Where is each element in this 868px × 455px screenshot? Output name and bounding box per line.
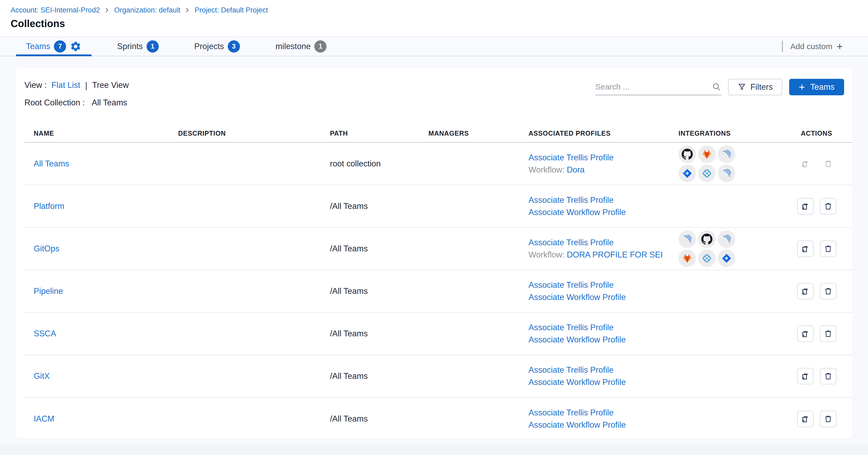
drone-integration-chip[interactable] [698,164,716,182]
workflow-label: Workflow: [528,250,567,260]
jira-integration-chip[interactable] [679,164,696,182]
profile-link[interactable]: Associate Trellis Profile [528,365,614,374]
plus-icon: + [799,82,805,92]
jira-integration-chip[interactable] [718,249,735,267]
duplicate-button[interactable] [797,198,814,214]
tab-milestone-count-badge: 1 [314,40,327,53]
breadcrumb-account[interactable]: Account: SEI-Internal-Prod2 [11,6,100,14]
delete-button[interactable] [820,283,836,299]
sei-integration-chip[interactable] [718,146,735,163]
profile-link[interactable]: Associate Trellis Profile [528,153,614,162]
profile-link[interactable]: Associate Trellis Profile [528,280,614,290]
workflow-label: Workflow: [528,165,567,174]
profile-link[interactable]: Associate Trellis Profile [528,323,614,332]
tab-teams[interactable]: Teams 7 [16,37,92,56]
tab-sprints-count-badge: 1 [147,40,159,53]
view-divider: | [85,80,87,91]
profile-link[interactable]: Associate Trellis Profile [528,238,614,247]
duplicate-button[interactable] [797,411,814,427]
delete-button[interactable] [820,198,836,214]
add-teams-button[interactable]: + Teams [789,79,844,95]
toolbar: View : Flat List | Tree View Root Collec… [16,79,852,109]
root-collection-label: Root Collection : [24,98,85,108]
duplicate-button[interactable] [797,283,814,299]
header-description: DESCRIPTION [178,129,330,137]
copy-icon [801,329,810,338]
drone-integration-chip[interactable] [698,249,716,267]
profile-link[interactable]: Associate Trellis Profile [528,408,614,417]
github-integration-chip[interactable] [679,146,696,163]
filter-funnel-icon [738,83,746,91]
tab-projects-count-badge: 3 [228,40,240,53]
tabbar-divider [782,41,783,52]
profile-link[interactable]: Associate Trellis Profile [528,195,614,205]
collection-name-link[interactable]: SSCA [34,329,56,338]
delete-button[interactable] [820,326,836,342]
associated-profiles-cell: Associate Trellis ProfileAssociate Workf… [528,408,679,430]
duplicate-button[interactable] [797,326,814,342]
collection-name-link[interactable]: Pipeline [34,286,63,296]
collection-name-link[interactable]: GitX [34,371,50,381]
breadcrumb-project[interactable]: Project: Default Project [194,6,268,14]
profile-link[interactable]: Dora [567,165,585,174]
copy-icon [801,159,810,168]
view-flat-list[interactable]: Flat List [52,81,81,90]
integrations-cell [679,231,736,267]
root-collection-value: All Teams [92,98,127,108]
collection-name-link[interactable]: IACM [34,414,54,423]
trash-icon [824,329,833,338]
profile-line: Workflow: Dora [528,165,679,175]
delete-button [820,156,836,172]
profile-link[interactable]: Associate Workflow Profile [528,377,626,387]
path-cell: root collection [330,159,428,169]
delete-button[interactable] [820,368,836,384]
collection-name-cell: GitOps [24,244,178,253]
github-integration-chip[interactable] [698,231,716,248]
duplicate-button[interactable] [797,241,814,257]
collection-name-link[interactable]: All Teams [34,159,69,168]
sei-arcs-icon [721,234,732,245]
sei-integration-chip[interactable] [718,231,735,248]
view-tree-view[interactable]: Tree View [92,81,129,90]
collection-name-link[interactable]: Platform [34,202,64,211]
actions-cell [797,411,852,427]
actions-cell [797,326,852,342]
search-box [595,79,721,95]
tab-sprints[interactable]: Sprints 1 [107,37,168,56]
actions-cell [797,283,852,299]
sei-arcs-icon [721,149,732,160]
sei-integration-chip[interactable] [679,231,696,248]
collection-name-cell: Pipeline [24,286,178,296]
collections-card: View : Flat List | Tree View Root Collec… [16,68,852,438]
search-input[interactable] [595,82,712,91]
profile-link[interactable]: Associate Workflow Profile [528,420,626,429]
table-row: IACM/All TeamsAssociate Trellis ProfileA… [24,398,852,440]
collections-table: NAME DESCRIPTION PATH MANAGERS ASSOCIATE… [24,124,852,440]
path-cell: /All Teams [330,202,428,211]
gitlab-integration-chip[interactable] [679,249,696,267]
profile-line: Associate Trellis Profile [528,365,679,375]
table-row: GitOps/All TeamsAssociate Trellis Profil… [24,228,852,270]
path-cell: /All Teams [330,371,428,381]
tab-milestone[interactable]: milestone 1 [266,37,337,56]
add-custom-button[interactable]: Add custom + [790,41,843,52]
table-body: All Teamsroot collectionAssociate Trelli… [24,143,852,440]
header-name: NAME [24,129,178,137]
gitlab-integration-chip[interactable] [698,146,716,163]
tab-projects[interactable]: Projects 3 [184,37,250,56]
github-icon [682,149,693,160]
sei-arcs-icon [721,168,732,179]
breadcrumb-organization[interactable]: Organization: default [114,6,180,14]
duplicate-button[interactable] [797,368,814,384]
collection-name-link[interactable]: GitOps [34,244,59,253]
profile-link[interactable]: Associate Workflow Profile [528,293,626,302]
profile-link[interactable]: DORA PROFILE FOR SEI [567,250,663,260]
gear-icon[interactable] [70,41,82,52]
delete-button[interactable] [820,411,836,427]
filters-button[interactable]: Filters [728,79,782,95]
sei-integration-chip[interactable] [718,164,735,182]
profile-link[interactable]: Associate Workflow Profile [528,335,626,344]
delete-button[interactable] [820,241,836,257]
table-row: GitX/All TeamsAssociate Trellis ProfileA… [24,355,852,398]
profile-link[interactable]: Associate Workflow Profile [528,208,626,217]
